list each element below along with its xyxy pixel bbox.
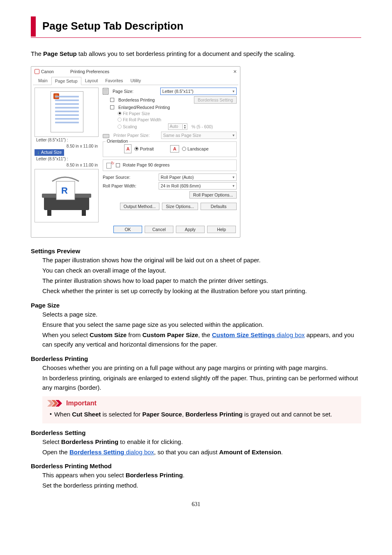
checkbox-borderless[interactable] bbox=[110, 98, 114, 102]
scaling-input bbox=[168, 124, 182, 129]
select-printer-paper-size: Same as Page Size▾ bbox=[161, 132, 237, 139]
term-settings-preview: Settings Preview bbox=[31, 247, 361, 254]
checkbox-enlarged[interactable] bbox=[110, 105, 114, 109]
chevron-down-icon: ▾ bbox=[233, 89, 235, 93]
defaults-button[interactable]: Defaults bbox=[201, 203, 237, 210]
page-size-icon bbox=[103, 88, 108, 95]
canon-icon bbox=[35, 69, 39, 74]
dialog-title: Printing Preferences bbox=[70, 69, 109, 74]
printer-preview: R bbox=[35, 169, 99, 222]
label-printer-paper-size: Printer Paper Size: bbox=[113, 133, 159, 138]
term-borderless-printing: Borderless Printing bbox=[31, 355, 361, 362]
label-borderless-printing: Borderless Printing bbox=[118, 97, 191, 102]
label-roll-width: Roll Paper Width: bbox=[103, 183, 156, 188]
tab-utility[interactable]: Utility bbox=[127, 76, 145, 85]
radio-scaling bbox=[118, 125, 122, 129]
select-paper-source[interactable]: Roll Paper (Auto)▾ bbox=[159, 173, 237, 181]
down-arrow-icon: ↓ bbox=[37, 150, 39, 155]
borderless-setting-button: Borderless Setting bbox=[194, 96, 237, 104]
rotate-group: Rotate Page 90 degrees bbox=[103, 160, 237, 171]
intro: The Page Setup tab allows you to set bor… bbox=[31, 49, 361, 59]
checkbox-rotate90[interactable] bbox=[116, 163, 120, 167]
roll-paper-options-button[interactable]: Roll Paper Options... bbox=[189, 191, 237, 199]
link-custom-size-settings[interactable]: Custom Size Settings dialog box bbox=[212, 331, 305, 338]
label-paper-source: Paper Source: bbox=[103, 175, 156, 180]
link-borderless-setting[interactable]: Borderless Setting dialog box bbox=[69, 449, 154, 456]
close-icon[interactable]: × bbox=[233, 68, 237, 75]
landscape-icon: A bbox=[170, 145, 179, 153]
output-method-button[interactable]: Output Method... bbox=[120, 203, 159, 210]
dialog-brand: Canon bbox=[41, 69, 54, 74]
important-note: Important • When Cut Sheet is selected f… bbox=[42, 396, 361, 423]
select-page-size[interactable]: Letter (8.5"x11")▾ bbox=[160, 88, 237, 95]
term-borderless-method: Borderless Printing Method bbox=[31, 462, 361, 469]
tab-page-setup[interactable]: Page Setup bbox=[51, 77, 81, 85]
svg-text:R: R bbox=[61, 185, 68, 196]
tab-layout[interactable]: Layout bbox=[81, 76, 102, 85]
paper-preview bbox=[35, 88, 99, 137]
apply-button[interactable]: Apply bbox=[176, 226, 205, 233]
important-icon bbox=[47, 400, 64, 407]
printer-paper-icon bbox=[103, 132, 109, 138]
orientation-group: Orientation APortrait ALandscape bbox=[103, 141, 237, 157]
select-roll-width[interactable]: 24 in Roll (609.6mm)▾ bbox=[159, 182, 237, 190]
rotate-icon bbox=[106, 162, 113, 169]
page-number: 631 bbox=[31, 501, 361, 508]
radio-landscape[interactable]: ALandscape bbox=[170, 145, 208, 153]
actual-size-label: ↓Actual Size bbox=[35, 149, 64, 156]
page-title: Page Setup Tab Description bbox=[42, 16, 183, 37]
svg-rect-4 bbox=[47, 210, 51, 216]
tab-favorites[interactable]: Favorites bbox=[101, 76, 127, 85]
radio-fit-paper bbox=[118, 111, 122, 116]
cancel-button[interactable]: Cancel bbox=[145, 226, 173, 233]
size-options-button[interactable]: Size Options... bbox=[162, 203, 198, 210]
radio-portrait[interactable]: APortrait bbox=[124, 144, 154, 153]
scaling-stepper: ▲▼ bbox=[168, 123, 187, 130]
ok-button[interactable]: OK bbox=[113, 226, 142, 233]
dialog-tabs: Main Page Setup Layout Favorites Utility bbox=[33, 76, 238, 85]
svg-rect-5 bbox=[82, 210, 86, 216]
term-page-size: Page Size bbox=[31, 302, 361, 309]
printer-icon: R bbox=[40, 173, 93, 218]
portrait-icon: A bbox=[124, 144, 131, 153]
radio-fit-roll bbox=[118, 118, 122, 122]
label-page-size: Page Size: bbox=[113, 89, 158, 94]
dialog-printing-preferences: Canon Printing Preferences × Main Page S… bbox=[31, 66, 240, 238]
tab-main[interactable]: Main bbox=[35, 76, 51, 85]
help-button[interactable]: Help bbox=[207, 226, 236, 233]
term-borderless-setting: Borderless Setting bbox=[31, 429, 361, 436]
